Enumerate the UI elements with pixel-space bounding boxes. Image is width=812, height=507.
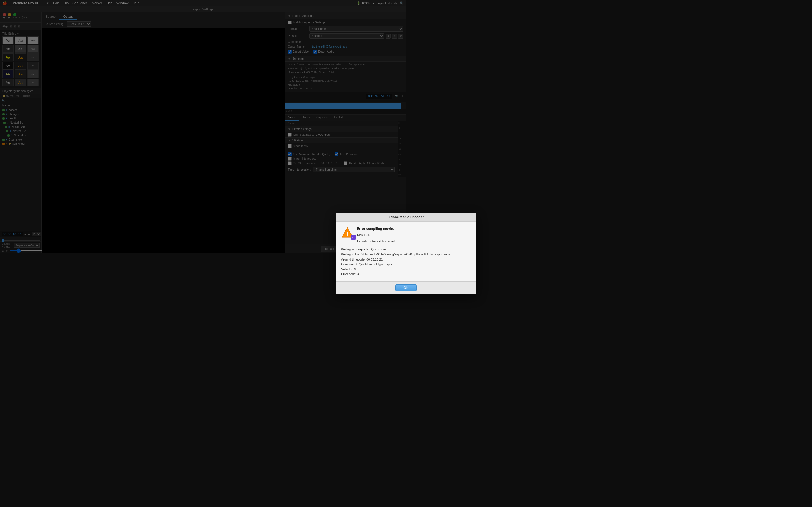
modal-error-exporter: Exporter returned bad result. — [357, 239, 396, 244]
modal-detail-2: Writing to file: /Volumes/LACIE/Sanjog/E… — [341, 252, 406, 253]
modal-detail-text: Writing with exporter: QuickTime Writing… — [341, 247, 406, 253]
modal-header-row: ! Pr Error compiling movie. Disk Full. E… — [341, 226, 406, 244]
modal-body: ! Pr Error compiling movie. Disk Full. E… — [336, 222, 406, 253]
modal-error-title: Error compiling movie. — [357, 226, 396, 231]
modal-text: Error compiling movie. Disk Full. Export… — [357, 226, 396, 244]
pr-badge: Pr — [351, 235, 356, 240]
modal-titlebar: Adobe Media Encoder — [336, 213, 406, 222]
modal-error-disk: Disk Full. — [357, 233, 396, 238]
svg-text:!: ! — [347, 231, 348, 237]
modal-title: Adobe Media Encoder — [388, 215, 406, 219]
modal-overlay: Adobe Media Encoder ! Pr Error — [0, 0, 406, 253]
modal-icon: ! Pr — [341, 226, 354, 238]
modal-icon-wrapper: ! Pr — [341, 226, 354, 238]
adobe-media-encoder-modal: Adobe Media Encoder ! Pr Error — [336, 213, 406, 253]
modal-detail-1: Writing with exporter: QuickTime — [341, 247, 406, 252]
